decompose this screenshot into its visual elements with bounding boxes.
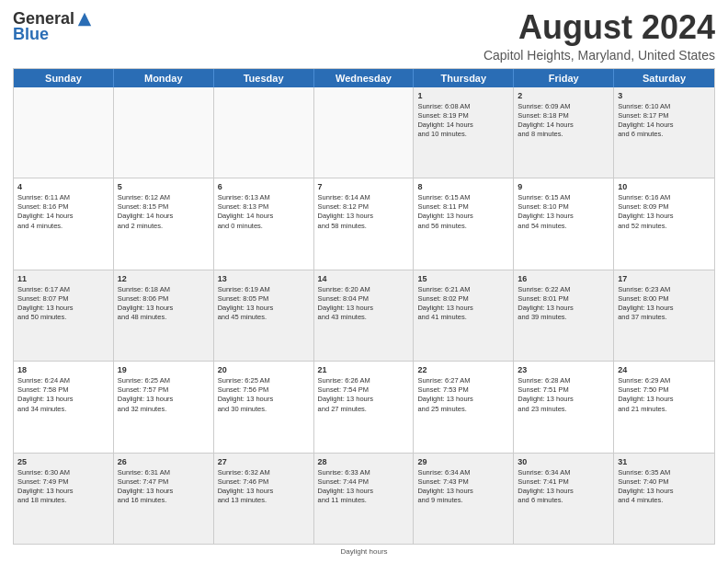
day-info: Sunrise: 6:23 AM Sunset: 8:00 PM Dayligh… <box>618 285 673 321</box>
day-info: Sunrise: 6:24 AM Sunset: 7:58 PM Dayligh… <box>17 376 73 412</box>
svg-marker-0 <box>78 12 91 25</box>
header: General Blue August 2024 Capitol Heights… <box>13 9 715 63</box>
day-number: 21 <box>318 364 410 375</box>
calendar-cell-day-31: 31Sunrise: 6:35 AM Sunset: 7:40 PM Dayli… <box>614 454 714 544</box>
day-number: 17 <box>618 273 711 284</box>
day-number: 15 <box>417 273 509 284</box>
day-number: 2 <box>518 90 609 101</box>
day-number: 19 <box>118 364 210 375</box>
calendar-cell-day-1: 1Sunrise: 6:08 AM Sunset: 8:19 PM Daylig… <box>414 87 514 178</box>
calendar-cell-empty <box>214 87 314 178</box>
calendar-cell-day-10: 10Sunrise: 6:16 AM Sunset: 8:09 PM Dayli… <box>614 178 714 269</box>
day-number: 20 <box>218 364 310 375</box>
day-info: Sunrise: 6:13 AM Sunset: 8:13 PM Dayligh… <box>218 193 273 229</box>
calendar-cell-day-9: 9Sunrise: 6:15 AM Sunset: 8:10 PM Daylig… <box>514 178 614 269</box>
calendar-cell-empty <box>14 87 114 178</box>
day-number: 31 <box>618 456 711 467</box>
calendar-row-4: 25Sunrise: 6:30 AM Sunset: 7:49 PM Dayli… <box>14 454 714 544</box>
calendar-header: SundayMondayTuesdayWednesdayThursdayFrid… <box>14 69 714 87</box>
day-info: Sunrise: 6:34 AM Sunset: 7:41 PM Dayligh… <box>518 468 573 504</box>
footer-note: Daylight hours <box>13 547 715 556</box>
page: General Blue August 2024 Capitol Heights… <box>0 0 728 563</box>
day-info: Sunrise: 6:11 AM Sunset: 8:16 PM Dayligh… <box>17 193 73 229</box>
day-number: 18 <box>17 364 109 375</box>
day-info: Sunrise: 6:26 AM Sunset: 7:54 PM Dayligh… <box>318 376 373 412</box>
calendar-cell-empty <box>114 87 214 178</box>
day-info: Sunrise: 6:08 AM Sunset: 8:19 PM Dayligh… <box>417 102 472 138</box>
day-number: 9 <box>518 181 609 192</box>
calendar-row-0: 1Sunrise: 6:08 AM Sunset: 8:19 PM Daylig… <box>14 87 714 178</box>
day-number: 26 <box>118 456 210 467</box>
calendar-cell-day-30: 30Sunrise: 6:34 AM Sunset: 7:41 PM Dayli… <box>514 454 614 544</box>
calendar-cell-day-15: 15Sunrise: 6:21 AM Sunset: 8:02 PM Dayli… <box>414 270 514 361</box>
calendar-cell-day-24: 24Sunrise: 6:29 AM Sunset: 7:50 PM Dayli… <box>614 362 714 452</box>
day-info: Sunrise: 6:33 AM Sunset: 7:44 PM Dayligh… <box>318 468 373 504</box>
calendar-cell-day-28: 28Sunrise: 6:33 AM Sunset: 7:44 PM Dayli… <box>314 454 415 544</box>
calendar-cell-day-23: 23Sunrise: 6:28 AM Sunset: 7:51 PM Dayli… <box>514 362 614 452</box>
day-info: Sunrise: 6:28 AM Sunset: 7:51 PM Dayligh… <box>518 376 573 412</box>
day-info: Sunrise: 6:20 AM Sunset: 8:04 PM Dayligh… <box>318 285 373 321</box>
day-number: 27 <box>218 456 310 467</box>
calendar: SundayMondayTuesdayWednesdayThursdayFrid… <box>13 68 715 545</box>
day-info: Sunrise: 6:30 AM Sunset: 7:49 PM Dayligh… <box>17 468 73 504</box>
calendar-row-1: 4Sunrise: 6:11 AM Sunset: 8:16 PM Daylig… <box>14 178 714 270</box>
main-title: August 2024 <box>483 9 715 46</box>
title-block: August 2024 Capitol Heights, Maryland, U… <box>483 9 715 63</box>
calendar-cell-day-2: 2Sunrise: 6:09 AM Sunset: 8:18 PM Daylig… <box>514 87 614 178</box>
day-info: Sunrise: 6:15 AM Sunset: 8:10 PM Dayligh… <box>518 193 573 229</box>
day-number: 23 <box>518 364 609 375</box>
calendar-cell-day-3: 3Sunrise: 6:10 AM Sunset: 8:17 PM Daylig… <box>614 87 714 178</box>
day-info: Sunrise: 6:10 AM Sunset: 8:17 PM Dayligh… <box>618 102 673 138</box>
calendar-cell-day-27: 27Sunrise: 6:32 AM Sunset: 7:46 PM Dayli… <box>214 454 314 544</box>
day-info: Sunrise: 6:21 AM Sunset: 8:02 PM Dayligh… <box>417 285 472 321</box>
logo: General Blue <box>13 9 93 44</box>
day-info: Sunrise: 6:27 AM Sunset: 7:53 PM Dayligh… <box>417 376 472 412</box>
day-number: 24 <box>618 364 711 375</box>
day-info: Sunrise: 6:14 AM Sunset: 8:12 PM Dayligh… <box>318 193 373 229</box>
day-number: 28 <box>318 456 410 467</box>
calendar-cell-day-7: 7Sunrise: 6:14 AM Sunset: 8:12 PM Daylig… <box>314 178 415 269</box>
calendar-cell-day-4: 4Sunrise: 6:11 AM Sunset: 8:16 PM Daylig… <box>14 178 114 269</box>
calendar-cell-day-12: 12Sunrise: 6:18 AM Sunset: 8:06 PM Dayli… <box>114 270 214 361</box>
calendar-body: 1Sunrise: 6:08 AM Sunset: 8:19 PM Daylig… <box>14 87 714 544</box>
calendar-cell-day-16: 16Sunrise: 6:22 AM Sunset: 8:01 PM Dayli… <box>514 270 614 361</box>
day-number: 1 <box>417 90 509 101</box>
calendar-cell-day-19: 19Sunrise: 6:25 AM Sunset: 7:57 PM Dayli… <box>114 362 214 452</box>
weekday-header-sunday: Sunday <box>14 69 114 87</box>
calendar-cell-day-20: 20Sunrise: 6:25 AM Sunset: 7:56 PM Dayli… <box>214 362 314 452</box>
day-info: Sunrise: 6:15 AM Sunset: 8:11 PM Dayligh… <box>417 193 472 229</box>
calendar-cell-day-8: 8Sunrise: 6:15 AM Sunset: 8:11 PM Daylig… <box>414 178 514 269</box>
day-number: 4 <box>17 181 109 192</box>
day-info: Sunrise: 6:19 AM Sunset: 8:05 PM Dayligh… <box>218 285 273 321</box>
day-number: 22 <box>417 364 509 375</box>
calendar-row-3: 18Sunrise: 6:24 AM Sunset: 7:58 PM Dayli… <box>14 362 714 453</box>
day-info: Sunrise: 6:29 AM Sunset: 7:50 PM Dayligh… <box>618 376 673 412</box>
day-number: 3 <box>618 90 711 101</box>
weekday-header-thursday: Thursday <box>414 69 514 87</box>
weekday-header-monday: Monday <box>114 69 214 87</box>
day-number: 13 <box>218 273 310 284</box>
day-number: 6 <box>218 181 310 192</box>
day-info: Sunrise: 6:25 AM Sunset: 7:57 PM Dayligh… <box>118 376 173 412</box>
day-info: Sunrise: 6:09 AM Sunset: 8:18 PM Dayligh… <box>518 102 573 138</box>
day-number: 11 <box>17 273 109 284</box>
calendar-cell-day-21: 21Sunrise: 6:26 AM Sunset: 7:54 PM Dayli… <box>314 362 415 452</box>
day-number: 25 <box>17 456 109 467</box>
calendar-cell-day-26: 26Sunrise: 6:31 AM Sunset: 7:47 PM Dayli… <box>114 454 214 544</box>
day-info: Sunrise: 6:18 AM Sunset: 8:06 PM Dayligh… <box>118 285 173 321</box>
day-info: Sunrise: 6:32 AM Sunset: 7:46 PM Dayligh… <box>218 468 273 504</box>
calendar-cell-day-5: 5Sunrise: 6:12 AM Sunset: 8:15 PM Daylig… <box>114 178 214 269</box>
calendar-cell-day-17: 17Sunrise: 6:23 AM Sunset: 8:00 PM Dayli… <box>614 270 714 361</box>
day-info: Sunrise: 6:16 AM Sunset: 8:09 PM Dayligh… <box>618 193 673 229</box>
day-info: Sunrise: 6:25 AM Sunset: 7:56 PM Dayligh… <box>218 376 273 412</box>
subtitle: Capitol Heights, Maryland, United States <box>483 48 715 63</box>
calendar-cell-day-11: 11Sunrise: 6:17 AM Sunset: 8:07 PM Dayli… <box>14 270 114 361</box>
calendar-cell-day-25: 25Sunrise: 6:30 AM Sunset: 7:49 PM Dayli… <box>14 454 114 544</box>
calendar-cell-day-6: 6Sunrise: 6:13 AM Sunset: 8:13 PM Daylig… <box>214 178 314 269</box>
weekday-header-friday: Friday <box>514 69 614 87</box>
day-info: Sunrise: 6:12 AM Sunset: 8:15 PM Dayligh… <box>118 193 173 229</box>
day-number: 10 <box>618 181 711 192</box>
day-number: 16 <box>518 273 609 284</box>
calendar-cell-day-14: 14Sunrise: 6:20 AM Sunset: 8:04 PM Dayli… <box>314 270 415 361</box>
day-info: Sunrise: 6:31 AM Sunset: 7:47 PM Dayligh… <box>118 468 173 504</box>
